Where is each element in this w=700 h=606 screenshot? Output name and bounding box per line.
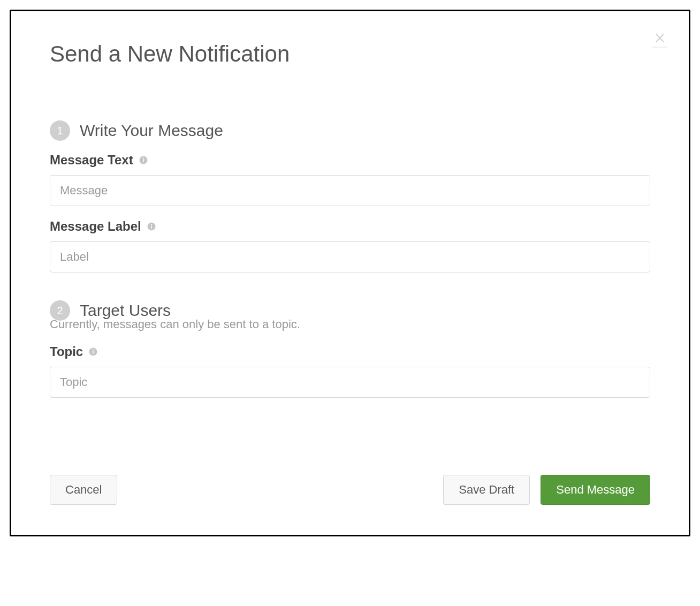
- topic-label: Topic: [50, 344, 83, 359]
- message-text-field: Message Text: [50, 153, 650, 206]
- step-1-title: Write Your Message: [80, 122, 223, 140]
- svg-rect-3: [143, 160, 144, 162]
- info-icon[interactable]: [88, 347, 98, 357]
- dialog-title: Send a New Notification: [50, 41, 650, 67]
- step-1-badge: 1: [50, 120, 70, 141]
- svg-point-10: [93, 349, 94, 350]
- save-draft-button[interactable]: Save Draft: [443, 475, 530, 505]
- info-icon[interactable]: [139, 155, 148, 165]
- topic-input[interactable]: [50, 367, 650, 398]
- message-text-label: Message Text: [50, 153, 133, 168]
- svg-point-7: [151, 224, 152, 225]
- svg-rect-6: [151, 226, 152, 229]
- info-icon[interactable]: [147, 222, 156, 231]
- close-underline: [652, 47, 667, 48]
- step-1-header: 1 Write Your Message: [50, 120, 650, 141]
- message-text-input[interactable]: [50, 175, 650, 206]
- notification-dialog: Send a New Notification 1 Write Your Mes…: [10, 10, 690, 536]
- svg-point-4: [143, 157, 144, 158]
- svg-rect-9: [93, 351, 94, 354]
- step-2-subtitle: Currently, messages can only be sent to …: [50, 317, 650, 331]
- cancel-button[interactable]: Cancel: [50, 475, 117, 505]
- close-icon[interactable]: [652, 31, 667, 46]
- dialog-footer: Cancel Save Draft Send Message: [50, 449, 650, 505]
- step-2-title: Target Users: [80, 301, 171, 320]
- topic-field: Topic: [50, 344, 650, 398]
- message-label-input[interactable]: [50, 241, 650, 272]
- message-label-field: Message Label: [50, 219, 650, 272]
- message-label-label: Message Label: [50, 219, 141, 234]
- send-message-button[interactable]: Send Message: [541, 475, 650, 505]
